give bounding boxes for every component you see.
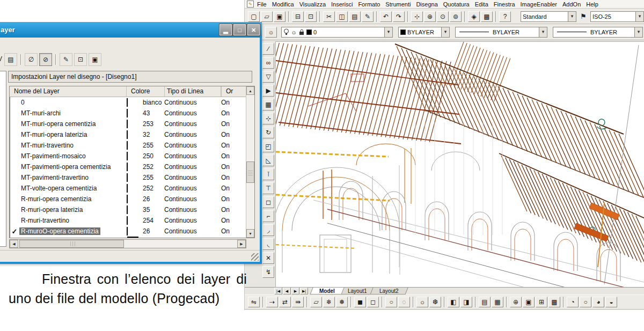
image-button[interactable]: ▩ <box>481 11 493 22</box>
layer-row[interactable]: R-muri-travertino254ContinuousOn <box>10 215 246 226</box>
help-button[interactable]: ? <box>499 11 511 22</box>
vertical-scrollbar[interactable]: ▲ ▼ <box>246 86 254 238</box>
preview-button[interactable]: ⊡ <box>305 11 317 22</box>
erase-tool[interactable]: ∕ <box>262 43 274 55</box>
prev-tab-button[interactable]: ◀ <box>283 288 291 295</box>
color-swatch[interactable] <box>127 163 128 171</box>
cut-button[interactable]: ✂ <box>323 11 335 22</box>
lineweight-combo[interactable]: BYLAYER ▾ <box>553 27 643 38</box>
menu-finestra[interactable]: Finestra <box>494 1 515 8</box>
chevron-down-icon[interactable]: ▾ <box>441 27 449 37</box>
color-combo[interactable]: BYLAYER ▾ <box>398 27 450 38</box>
on-state[interactable]: On <box>221 216 243 226</box>
next-tab-button[interactable]: ▶ <box>291 288 299 295</box>
draworder-back-button[interactable]: ○ <box>580 297 591 307</box>
lock-all-button[interactable]: ◨ <box>460 297 472 307</box>
regen-button[interactable]: ◈ <box>468 11 480 22</box>
color-swatch[interactable] <box>127 227 128 236</box>
layer-row[interactable]: MT-muri-archi43ContinuousOn <box>10 108 246 119</box>
unlock-layer-button[interactable]: ◻ <box>367 297 379 307</box>
column-on[interactable]: Or <box>221 86 243 97</box>
trim-tool[interactable]: ⊤ <box>262 182 274 194</box>
move-to-current-layer-button[interactable]: ⇢ <box>266 297 278 307</box>
menu-strumenti[interactable]: Strumenti <box>385 1 411 8</box>
on-state[interactable]: On <box>221 162 243 172</box>
chevron-down-icon[interactable]: ▾ <box>634 27 642 37</box>
first-tab-button[interactable]: |◀ <box>274 288 282 295</box>
menu-addon[interactable]: AddOn <box>562 1 581 8</box>
open-button[interactable]: ▱ <box>261 11 273 22</box>
color-swatch[interactable] <box>127 195 128 203</box>
close-button[interactable]: ✕ <box>247 24 260 35</box>
on-state[interactable]: On <box>221 141 243 151</box>
menu-inserisci[interactable]: Inserisci <box>331 1 353 8</box>
color-swatch[interactable] <box>127 184 128 193</box>
break-tool[interactable]: ⌐ <box>262 210 274 222</box>
color-swatch[interactable] <box>127 120 128 128</box>
on-state[interactable]: On <box>221 108 243 119</box>
layer-off-button[interactable]: ◌ <box>398 297 410 307</box>
layer-row[interactable]: MT-volte-opera cementizia252ContinuousOn <box>10 183 246 194</box>
lock-button[interactable]: ▣ <box>89 53 101 66</box>
on-state[interactable]: On <box>221 130 243 140</box>
pen-button[interactable]: ✎ <box>362 11 374 22</box>
tab-model[interactable]: Model <box>310 288 344 295</box>
layer-on-button[interactable]: ○ <box>385 297 397 307</box>
layer-row[interactable]: MT-pavimenti-mosaico250ContinuousOn <box>10 151 246 161</box>
explode-tool[interactable]: ✕ <box>262 252 274 264</box>
linetype-combo[interactable]: BYLAYER ▾ <box>455 27 547 38</box>
all-layers-on-button[interactable]: ☼ <box>416 297 428 307</box>
color-swatch[interactable] <box>127 98 128 107</box>
layer-tree-panel[interactable] <box>0 71 6 247</box>
maximize-button[interactable]: □ <box>233 24 246 35</box>
tree-toggle-button[interactable]: V <box>0 53 3 66</box>
dialog-titlebar[interactable]: ayer ▂ □ ✕ <box>0 22 262 38</box>
image-attach-button[interactable]: ⊕ <box>510 297 522 307</box>
copy-button[interactable]: ◫ <box>336 11 348 22</box>
color-swatch[interactable] <box>127 141 128 150</box>
draworder-below-button[interactable]: ◒ <box>605 297 617 307</box>
zoom-window-button[interactable]: ⊙ <box>437 11 449 22</box>
layer-row[interactable]: R-muri-opera laterizia35ContinuousOn <box>10 204 246 215</box>
copy-tool[interactable]: ∞ <box>262 57 274 69</box>
set-current-button[interactable]: ✎ <box>60 53 72 66</box>
color-swatch[interactable] <box>127 109 128 117</box>
menu-help[interactable]: Help <box>586 1 598 8</box>
chevron-down-icon[interactable]: ▾ <box>635 12 643 21</box>
on-state[interactable]: On <box>221 205 243 215</box>
layer-combo[interactable]: ☼ 0 ▾ <box>281 27 393 38</box>
menu-imageenabler[interactable]: ImageEnabler <box>521 1 558 8</box>
layer-filter-button[interactable]: ▦ <box>492 297 503 307</box>
chamfer-tool[interactable]: ◞ <box>262 224 274 236</box>
extend-tool[interactable]: ◻ <box>262 196 274 208</box>
undo-button[interactable]: ↶ <box>380 11 392 22</box>
match-properties-tool[interactable]: ↯ <box>262 266 274 278</box>
layer-freeze-button[interactable]: ⊘ <box>39 53 52 66</box>
rotate-tool[interactable]: ↻ <box>262 127 274 138</box>
scroll-down-icon[interactable]: ▼ <box>246 229 254 238</box>
scale-tool[interactable]: ◰ <box>262 141 274 152</box>
drawing-viewport[interactable] <box>276 42 644 287</box>
menu-visualizza[interactable]: Visualizza <box>299 1 326 8</box>
on-state[interactable]: On <box>221 98 243 108</box>
menu-edita[interactable]: Edita <box>475 1 488 8</box>
layer-row[interactable]: MT-muri-travertino255ContinuousOn <box>10 140 246 151</box>
on-state[interactable]: On <box>221 151 243 161</box>
layer-manager-button[interactable]: ⇋ <box>248 297 260 307</box>
layers-dialog-button[interactable]: ☼ <box>265 27 277 38</box>
on-state[interactable]: On <box>221 183 243 194</box>
menu-file[interactable]: File <box>257 1 267 8</box>
image-adjust-button[interactable]: ⊞ <box>536 297 547 307</box>
lock-layer-button[interactable]: ◼ <box>354 297 366 307</box>
color-swatch[interactable] <box>127 216 128 225</box>
chevron-down-icon[interactable]: ▾ <box>539 27 547 37</box>
freeze-halt-button[interactable]: ❅ <box>336 297 348 307</box>
save-button[interactable]: ▣ <box>274 11 286 22</box>
freeze-all-button[interactable]: ❆ <box>429 297 441 307</box>
layer-row[interactable]: R-muri-opera cementizia26ContinuousOn <box>10 194 246 204</box>
isolate-layer-button[interactable]: ▱ <box>310 297 322 307</box>
redo-button[interactable]: ↷ <box>393 11 405 22</box>
scroll-left-icon[interactable]: ◀ <box>10 240 18 248</box>
chevron-down-icon[interactable]: ▾ <box>568 12 576 21</box>
layer-row[interactable]: MT-muri-opera cementizia253ContinuousOn <box>10 119 246 129</box>
